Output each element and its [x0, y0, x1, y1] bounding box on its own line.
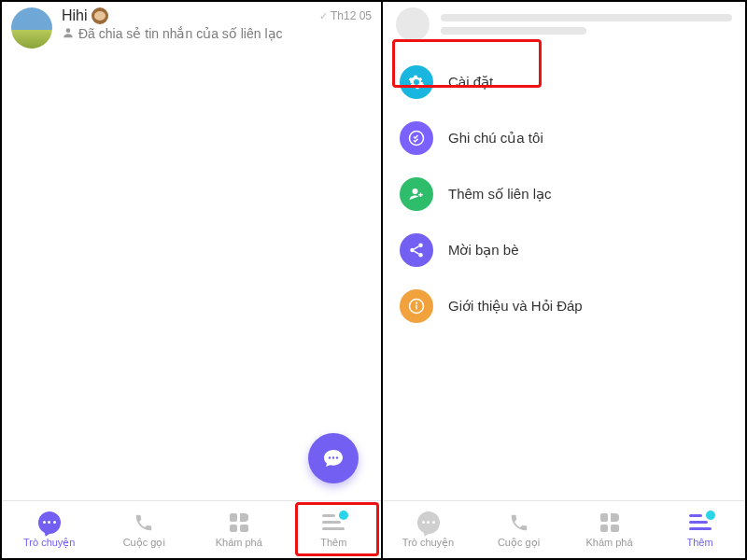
- dual-screenshot: Hihi ✓ Th12 05 Đã chia sẻ tin nhắn của s…: [0, 0, 747, 560]
- placeholder-lines: [441, 14, 732, 35]
- chat-list-item[interactable]: Hihi ✓ Th12 05 Đã chia sẻ tin nhắn của s…: [2, 2, 381, 52]
- menu-invite-label: Mời bạn bè: [448, 242, 519, 259]
- menu-notes-label: Ghi chú của tôi: [448, 130, 543, 147]
- add-contact-icon: [400, 177, 433, 211]
- nav-explore[interactable]: Khám phá: [191, 501, 287, 558]
- new-chat-fab[interactable]: [308, 433, 359, 483]
- chat-head: Hihi ✓ Th12 05: [62, 7, 372, 24]
- more-lines-icon: [320, 511, 346, 534]
- nav-explore[interactable]: Khám phá: [564, 501, 655, 558]
- menu-settings-label: Cài đặt: [448, 74, 493, 91]
- nav-explore-label: Khám phá: [585, 537, 632, 548]
- avatar-placeholder-icon: [396, 7, 430, 41]
- chat-timestamp: ✓ Th12 05: [319, 9, 372, 22]
- nav-more-label: Thêm: [686, 537, 712, 548]
- svg-point-10: [416, 302, 417, 304]
- bottom-nav-left: Trò chuyện Cuộc gọi Khám phá Thêm: [2, 500, 381, 558]
- svg-point-2: [332, 456, 334, 458]
- nav-calls-label: Cuộc gọi: [123, 537, 165, 549]
- more-lines-icon: [687, 511, 713, 534]
- nav-more[interactable]: Thêm: [655, 501, 745, 558]
- menu-invite-friends[interactable]: Mời bạn bè: [390, 222, 738, 278]
- more-menu: Cài đặt Ghi chú của tôi Thêm số liên lạc…: [383, 50, 745, 338]
- svg-point-7: [410, 248, 415, 253]
- nav-more-label: Thêm: [320, 537, 346, 548]
- chat-name: Hihi: [62, 7, 108, 24]
- gear-icon: [400, 65, 433, 99]
- nav-more[interactable]: Thêm: [287, 501, 382, 558]
- placeholder-line: [441, 14, 732, 21]
- monkey-emoji-icon: [92, 7, 108, 24]
- checklist-icon: [400, 121, 433, 155]
- bottom-nav-right: Trò chuyện Cuộc gọi Khám phá Thêm: [383, 500, 745, 558]
- chat-preview-text: Đã chia sẻ tin nhắn của số liên lạc: [78, 25, 283, 44]
- svg-point-0: [66, 28, 71, 33]
- chat-preview: Đã chia sẻ tin nhắn của số liên lạc: [62, 25, 372, 44]
- profile-placeholder[interactable]: [383, 2, 745, 50]
- nav-calls[interactable]: Cuộc gọi: [473, 501, 564, 558]
- menu-about-faq[interactable]: Giới thiệu và Hỏi Đáp: [390, 278, 738, 334]
- notification-dot-icon: [339, 511, 348, 520]
- notification-dot-icon: [706, 511, 715, 520]
- svg-point-6: [418, 244, 423, 248]
- menu-my-notes[interactable]: Ghi chú của tôi: [390, 110, 738, 166]
- screen-chats: Hihi ✓ Th12 05 Đã chia sẻ tin nhắn của s…: [2, 2, 383, 558]
- menu-settings[interactable]: Cài đặt: [390, 54, 738, 110]
- delivered-check-icon: ✓: [319, 10, 328, 22]
- menu-add-contact[interactable]: Thêm số liên lạc: [390, 166, 738, 222]
- placeholder-line: [441, 27, 586, 35]
- phone-icon: [131, 511, 157, 534]
- screen-more: Cài đặt Ghi chú của tôi Thêm số liên lạc…: [383, 2, 745, 558]
- phone-icon: [506, 511, 532, 534]
- grid-icon: [597, 511, 623, 534]
- menu-add-contact-label: Thêm số liên lạc: [448, 186, 552, 203]
- nav-explore-label: Khám phá: [216, 537, 262, 548]
- chat-icon: [36, 511, 63, 534]
- info-icon: [400, 289, 433, 323]
- chat-bubble-icon: [322, 447, 345, 469]
- grid-icon: [226, 511, 252, 534]
- svg-point-5: [413, 189, 418, 194]
- svg-rect-11: [416, 305, 417, 310]
- contact-share-icon: [62, 26, 75, 44]
- svg-point-1: [329, 456, 331, 458]
- chat-body: Hihi ✓ Th12 05 Đã chia sẻ tin nhắn của s…: [62, 7, 372, 49]
- share-icon: [400, 233, 433, 267]
- nav-calls[interactable]: Cuộc gọi: [97, 501, 192, 558]
- nav-calls-label: Cuộc gọi: [498, 537, 540, 549]
- menu-about-label: Giới thiệu và Hỏi Đáp: [448, 298, 583, 315]
- svg-point-4: [410, 132, 424, 146]
- chat-name-text: Hihi: [62, 7, 88, 24]
- nav-chat[interactable]: Trò chuyện: [383, 501, 473, 558]
- avatar: [11, 7, 52, 49]
- svg-point-3: [336, 456, 338, 458]
- nav-chat[interactable]: Trò chuyện: [2, 501, 97, 558]
- svg-point-8: [418, 253, 423, 258]
- chat-icon: [416, 511, 442, 534]
- chat-time-text: Th12 05: [331, 9, 372, 22]
